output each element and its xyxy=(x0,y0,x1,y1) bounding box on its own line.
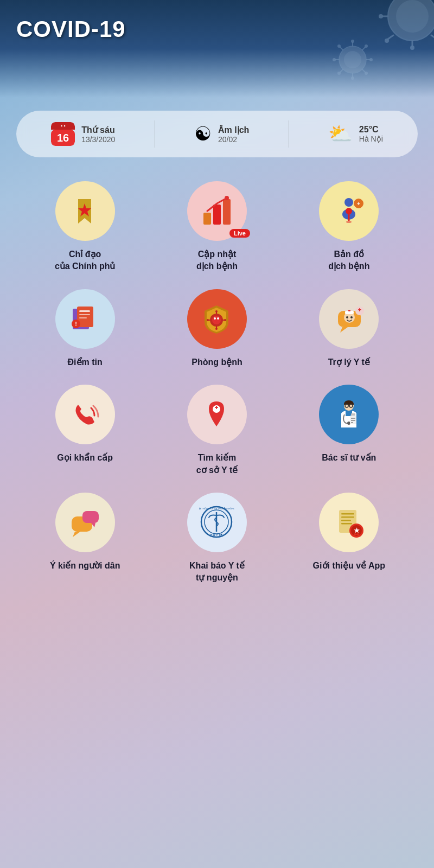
svg-point-44 xyxy=(346,208,352,214)
svg-point-33 xyxy=(333,58,336,61)
ban-do-item[interactable]: + Bản đồdịch bệnh xyxy=(286,181,412,273)
y-kien-icon xyxy=(67,505,103,540)
gioi-thieu-item[interactable]: ★ Giới thiệu về App xyxy=(286,493,412,584)
city: Hà Nội xyxy=(359,135,383,143)
svg-point-23 xyxy=(365,44,368,48)
svg-point-74 xyxy=(350,316,353,318)
svg-point-15 xyxy=(379,14,383,18)
tro-ly-item[interactable]: Trợ lý Y tế xyxy=(286,289,412,368)
svg-point-57 xyxy=(212,316,221,324)
khai-bao-label: Khai báo Y tếtự nguyện xyxy=(189,560,245,584)
phong-benh-label: Phòng bệnh xyxy=(192,356,242,368)
goi-khan-cap-label: Gọi khẩn cấp xyxy=(57,452,113,464)
svg-text:BỘ THÔNG TIN VÀ TRUYỀN THÔNG: BỘ THÔNG TIN VÀ TRUYỀN THÔNG xyxy=(199,507,234,510)
app-grid: Chỉ đạocủa Chính phủ Live Cập nhậtdịch b… xyxy=(0,170,434,595)
chi-dao-icon-circle xyxy=(55,181,115,241)
lunar-text: Âm lịch 20/02 xyxy=(218,125,249,144)
khai-bao-icon-circle: BỘ Y TẾ BỘ THÔNG TIN VÀ TRUYỀN THÔNG xyxy=(187,493,247,552)
svg-rect-40 xyxy=(223,199,231,225)
divider-1 xyxy=(155,120,155,148)
svg-rect-72 xyxy=(348,310,350,311)
svg-rect-52 xyxy=(79,314,90,315)
bac-si-label: Bác sĩ tư vấn xyxy=(322,452,376,464)
goi-khan-cap-item[interactable]: Gọi khẩn cấp xyxy=(22,385,148,476)
day-label: Thứ sáu xyxy=(81,125,115,135)
tim-kiem-item[interactable]: Tìm kiếmcơ sở Y tế xyxy=(154,385,280,476)
svg-text:★: ★ xyxy=(353,527,359,534)
date-text: Thứ sáu 13/3/2020 xyxy=(81,125,115,144)
svg-text:!: ! xyxy=(75,321,77,327)
diem-tin-item[interactable]: ! Điểm tin xyxy=(22,289,148,368)
svg-point-11 xyxy=(410,46,414,50)
svg-rect-94 xyxy=(82,511,99,523)
tim-kiem-label: Tìm kiếmcơ sở Y tế xyxy=(196,452,238,476)
khai-bao-icon: BỘ Y TẾ BỘ THÔNG TIN VÀ TRUYỀN THÔNG xyxy=(199,505,234,540)
khai-bao-item[interactable]: BỘ Y TẾ BỘ THÔNG TIN VÀ TRUYỀN THÔNG Kha… xyxy=(154,493,280,584)
svg-point-46 xyxy=(346,221,352,223)
bac-si-icon xyxy=(331,397,367,432)
bac-si-item[interactable]: Bác sĩ tư vấn xyxy=(286,385,412,476)
svg-point-27 xyxy=(365,72,368,75)
svg-point-19 xyxy=(344,51,361,68)
phong-benh-icon-circle xyxy=(187,289,247,349)
svg-point-65 xyxy=(207,319,209,321)
svg-rect-105 xyxy=(341,523,352,525)
calendar-icon: ▪ ▪ 16 xyxy=(51,122,75,146)
svg-point-67 xyxy=(215,328,218,330)
chi-dao-icon xyxy=(67,194,103,229)
cap-nhat-item[interactable]: Live Cập nhậtdịch bệnh xyxy=(154,181,280,273)
gioi-thieu-icon: ★ xyxy=(331,505,367,540)
svg-rect-104 xyxy=(341,520,351,521)
svg-rect-102 xyxy=(341,513,354,515)
svg-rect-77 xyxy=(359,308,360,311)
weather-text: 25°C Hà Nội xyxy=(359,125,383,143)
divider-2 xyxy=(289,120,289,148)
svg-line-12 xyxy=(388,35,393,39)
svg-line-8 xyxy=(431,35,434,39)
cap-nhat-icon-circle: Live xyxy=(187,181,247,241)
svg-point-63 xyxy=(224,319,226,321)
tro-ly-label: Trợ lý Y tế xyxy=(328,356,370,368)
phong-benh-icon xyxy=(199,301,234,336)
svg-point-41 xyxy=(225,196,229,200)
bac-si-icon-circle xyxy=(319,385,379,444)
date-value: 13/3/2020 xyxy=(81,135,115,144)
info-bar: ▪ ▪ 16 Thứ sáu 13/3/2020 ☯ Âm lịch 20/02… xyxy=(16,111,418,157)
svg-rect-88 xyxy=(351,413,355,416)
diem-tin-icon: ! xyxy=(67,301,103,336)
svg-point-42 xyxy=(344,198,353,207)
svg-rect-51 xyxy=(79,310,90,312)
svg-point-13 xyxy=(385,39,389,43)
tro-ly-icon-circle xyxy=(319,289,379,349)
y-kien-icon-circle xyxy=(55,493,115,552)
ban-do-icon: + xyxy=(331,194,367,229)
svg-line-22 xyxy=(362,47,365,50)
lunar-section: ☯ Âm lịch 20/02 xyxy=(194,123,249,145)
phong-benh-item[interactable]: Phòng bệnh xyxy=(154,289,280,368)
y-kien-item[interactable]: Ý kiến người dân xyxy=(22,493,148,584)
svg-point-73 xyxy=(346,316,348,318)
y-kien-label: Ý kiến người dân xyxy=(50,560,120,572)
svg-point-35 xyxy=(337,44,341,48)
tim-kiem-icon xyxy=(199,397,234,432)
svg-rect-53 xyxy=(79,317,87,318)
cap-nhat-label: Cập nhậtdịch bệnh xyxy=(196,248,238,273)
header: COVID-19 xyxy=(0,0,434,98)
svg-text:+: + xyxy=(357,201,360,207)
svg-rect-80 xyxy=(216,406,217,409)
tro-ly-icon xyxy=(331,301,367,336)
chi-dao-item[interactable]: Chỉ đạocủa Chính phủ xyxy=(22,181,148,273)
svg-line-30 xyxy=(340,69,343,72)
svg-rect-103 xyxy=(341,516,354,518)
svg-rect-38 xyxy=(203,213,211,225)
svg-point-21 xyxy=(351,40,354,43)
lunar-label: Âm lịch xyxy=(218,125,249,135)
svg-marker-69 xyxy=(340,327,348,333)
svg-point-58 xyxy=(214,317,216,320)
yin-yang-icon: ☯ xyxy=(194,123,212,145)
cap-nhat-icon xyxy=(199,194,234,229)
goi-khan-cap-icon-circle xyxy=(55,385,115,444)
goi-khan-cap-icon xyxy=(67,397,103,432)
ban-do-label: Bản đồdịch bệnh xyxy=(328,248,369,273)
svg-point-29 xyxy=(351,76,354,80)
